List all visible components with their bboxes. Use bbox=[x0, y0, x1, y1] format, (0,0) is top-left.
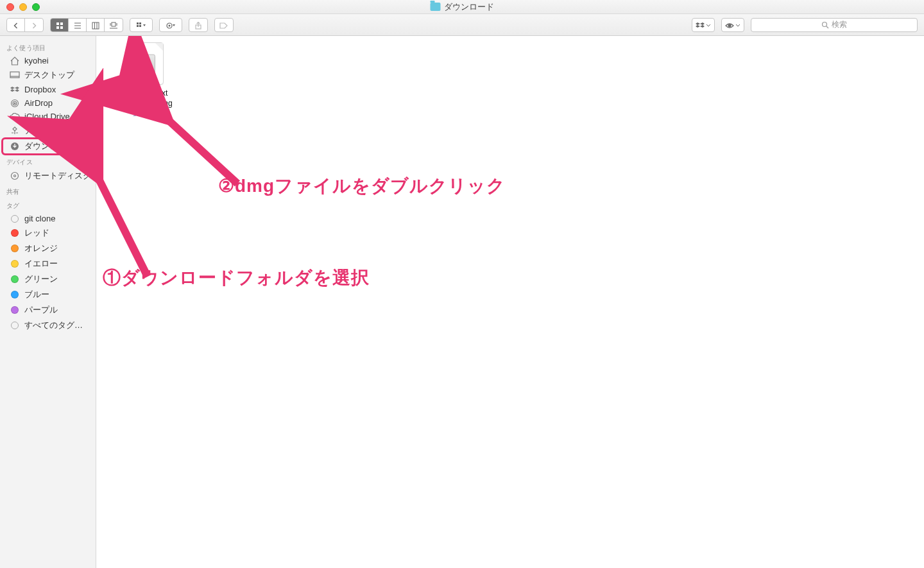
svg-rect-16 bbox=[137, 25, 139, 27]
tag-icon bbox=[9, 245, 21, 252]
sidebar-item-applications[interactable]: アプリケーション bbox=[0, 123, 96, 139]
svg-rect-17 bbox=[139, 25, 141, 27]
sidebar-tag-yellow[interactable]: イエロー bbox=[0, 256, 96, 271]
finder-window: ダウンロード bbox=[0, 0, 924, 568]
list-view-button[interactable] bbox=[69, 19, 87, 32]
tag-empty-icon bbox=[9, 215, 21, 223]
window-controls bbox=[0, 3, 40, 11]
svg-line-32 bbox=[159, 112, 237, 184]
svg-rect-10 bbox=[112, 22, 116, 26]
arrange-button[interactable] bbox=[130, 19, 152, 32]
icon-view-button[interactable] bbox=[51, 19, 69, 32]
sidebar-item-label: リモートディスク bbox=[24, 170, 91, 182]
svg-point-31 bbox=[14, 175, 16, 177]
svg-rect-14 bbox=[137, 22, 139, 24]
svg-line-23 bbox=[826, 26, 828, 28]
sidebar-item-label: iCloud Drive bbox=[24, 112, 70, 121]
home-icon bbox=[9, 56, 21, 65]
share-button-group bbox=[189, 18, 208, 32]
sidebar-item-icloud[interactable]: iCloud Drive bbox=[0, 110, 96, 123]
column-view-button[interactable] bbox=[87, 19, 105, 32]
downloads-icon bbox=[9, 142, 21, 151]
folder-icon bbox=[431, 3, 441, 11]
sidebar-tag-green[interactable]: グリーン bbox=[0, 271, 96, 287]
minimize-button[interactable] bbox=[19, 3, 27, 11]
back-button[interactable] bbox=[7, 19, 25, 32]
svg-rect-24 bbox=[10, 72, 19, 78]
sidebar-item-remote-disc[interactable]: リモートディスク bbox=[0, 168, 96, 184]
svg-point-21 bbox=[728, 24, 731, 27]
sidebar-item-label: ダウンロード bbox=[24, 141, 74, 152]
sidebar-item-label: すべてのタグ… bbox=[24, 320, 83, 331]
svg-rect-1 bbox=[60, 22, 63, 25]
sidebar-item-label: kyohei bbox=[24, 56, 49, 65]
coverflow-view-button[interactable] bbox=[105, 19, 123, 32]
toolbar: 検索 bbox=[0, 14, 924, 36]
sidebar-header-favorites: よく使う項目 bbox=[0, 40, 96, 54]
annotation-text-1: ①ダウンロードフォルダを選択 bbox=[103, 266, 370, 290]
sidebar-item-label: アプリケーション bbox=[24, 125, 91, 137]
sidebar-header-tags: タグ bbox=[0, 198, 96, 212]
tags-button[interactable] bbox=[215, 19, 233, 32]
desktop-icon bbox=[9, 71, 21, 79]
svg-point-19 bbox=[169, 24, 171, 26]
sidebar-item-label: ブルー bbox=[24, 289, 49, 300]
sidebar-item-label: グリーン bbox=[24, 273, 58, 285]
action-button-group bbox=[159, 18, 182, 32]
svg-line-33 bbox=[93, 168, 148, 277]
svg-point-22 bbox=[823, 22, 827, 26]
sidebar-item-label: デスクトップ bbox=[24, 69, 74, 81]
annotation-text-2: ②dmgファイルをダブルクリック bbox=[218, 174, 506, 198]
svg-rect-7 bbox=[92, 22, 99, 29]
sidebar-item-downloads[interactable]: ダウンロード bbox=[0, 139, 96, 154]
svg-rect-15 bbox=[139, 22, 141, 24]
tag-icon bbox=[9, 306, 21, 314]
svg-rect-3 bbox=[60, 26, 63, 29]
sidebar-item-dropbox[interactable]: Dropbox bbox=[0, 83, 96, 96]
sidebar: よく使う項目 kyohei デスクトップ Dropbox AirDrop iCl… bbox=[0, 36, 96, 568]
dmg-icon bbox=[128, 42, 164, 85]
airdrop-icon bbox=[9, 99, 21, 108]
file-area[interactable]: Sublime Text Build 3126.dmg 12.7 MB ②dmg… bbox=[96, 36, 924, 568]
sidebar-tag-blue[interactable]: ブルー bbox=[0, 287, 96, 302]
sidebar-item-airdrop[interactable]: AirDrop bbox=[0, 96, 96, 110]
search-field[interactable]: 検索 bbox=[751, 18, 918, 32]
sidebar-tag-gitclone[interactable]: git clone bbox=[0, 212, 96, 225]
sidebar-tag-red[interactable]: レッド bbox=[0, 225, 96, 241]
sidebar-item-desktop[interactable]: デスクトップ bbox=[0, 67, 96, 83]
tags-button-group bbox=[214, 18, 234, 32]
search-icon bbox=[821, 21, 829, 29]
action-button[interactable] bbox=[160, 19, 182, 32]
search-placeholder: 検索 bbox=[832, 19, 847, 30]
quicklook-button-group bbox=[721, 18, 744, 32]
sidebar-tag-purple[interactable]: パープル bbox=[0, 302, 96, 318]
dropbox-button-group bbox=[692, 18, 715, 32]
sidebar-tag-orange[interactable]: オレンジ bbox=[0, 241, 96, 256]
dropbox-button[interactable] bbox=[692, 19, 714, 32]
tag-icon bbox=[9, 229, 21, 237]
cloud-icon bbox=[9, 113, 21, 120]
fullscreen-button[interactable] bbox=[32, 3, 40, 11]
sidebar-tag-all[interactable]: すべてのタグ… bbox=[0, 318, 96, 333]
nav-buttons bbox=[6, 18, 44, 32]
forward-button[interactable] bbox=[25, 19, 43, 32]
view-mode-buttons bbox=[50, 18, 123, 32]
disc-icon bbox=[9, 171, 21, 180]
share-button[interactable] bbox=[189, 19, 207, 32]
dropbox-icon bbox=[9, 86, 21, 94]
tag-empty-icon bbox=[9, 322, 21, 329]
close-button[interactable] bbox=[6, 3, 14, 11]
tag-icon bbox=[9, 291, 21, 298]
apps-icon bbox=[9, 126, 21, 135]
sidebar-item-label: オレンジ bbox=[24, 243, 58, 254]
titlebar: ダウンロード bbox=[0, 0, 924, 14]
sidebar-item-label: イエロー bbox=[24, 258, 58, 270]
sidebar-item-label: パープル bbox=[24, 304, 58, 316]
svg-point-28 bbox=[14, 103, 15, 104]
sidebar-item-label: レッド bbox=[24, 227, 49, 239]
sidebar-item-home[interactable]: kyohei bbox=[0, 54, 96, 67]
svg-rect-0 bbox=[56, 22, 59, 25]
sidebar-item-label: git clone bbox=[24, 214, 55, 223]
quicklook-button[interactable] bbox=[722, 19, 744, 32]
window-title: ダウンロード bbox=[431, 1, 494, 13]
